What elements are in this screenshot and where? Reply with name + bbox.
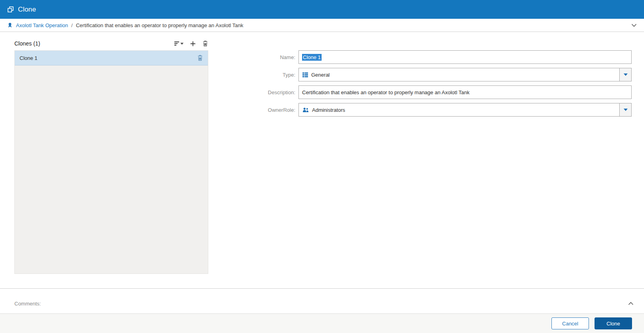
table-grid-icon xyxy=(302,72,308,77)
owner-role-dropdown[interactable]: Administrators xyxy=(298,103,632,117)
breadcrumb-separator: / xyxy=(71,22,73,28)
sort-lines-icon xyxy=(174,42,179,46)
name-label: Name: xyxy=(255,54,295,60)
dialog-footer: Cancel Clone xyxy=(0,313,644,333)
titlebar: Clone xyxy=(0,0,644,19)
breadcrumb: Axolotl Tank Operation / Certification t… xyxy=(0,19,644,32)
clone-list: Clone 1 xyxy=(14,50,208,274)
people-icon xyxy=(302,107,309,113)
delete-clone-item-icon[interactable] xyxy=(197,55,203,61)
type-dropdown[interactable]: General xyxy=(298,68,632,81)
delete-clones-icon[interactable] xyxy=(202,40,208,47)
clone-list-item[interactable]: Clone 1 xyxy=(15,51,208,65)
clone-dialog: Clone Axolotl Tank Operation / Certifica… xyxy=(0,0,644,333)
description-input[interactable]: Certification that enables an operator t… xyxy=(298,85,632,99)
description-label: Description: xyxy=(255,89,295,95)
clones-panel: Clones (1) Clon xyxy=(14,38,208,274)
chevron-up-icon[interactable] xyxy=(628,302,634,305)
sort-icon[interactable] xyxy=(174,42,184,46)
type-value: General xyxy=(311,72,330,78)
page-title: Clone xyxy=(18,6,36,14)
certification-icon xyxy=(7,22,13,28)
owner-role-dropdown-button[interactable] xyxy=(619,103,631,116)
breadcrumb-link-certification[interactable]: Axolotl Tank Operation xyxy=(16,22,68,28)
owner-role-value: Administrators xyxy=(312,107,345,113)
owner-role-row: OwnerRole: Administrators xyxy=(255,103,632,117)
name-input[interactable]: Clone 1 xyxy=(298,50,632,64)
name-value-selected-text: Clone 1 xyxy=(302,54,322,61)
owner-role-value-wrap: Administrators xyxy=(299,107,619,113)
description-value: Certification that enables an operator t… xyxy=(302,89,470,95)
clones-toolbar xyxy=(174,40,208,47)
type-label: Type: xyxy=(255,72,295,78)
add-clone-icon[interactable] xyxy=(190,41,196,47)
clones-count-label: Clones (1) xyxy=(14,40,40,47)
type-row: Type: General xyxy=(255,68,632,81)
comments-section: Comments: xyxy=(0,288,644,313)
name-row: Name: Clone 1 xyxy=(255,50,632,64)
caret-down-icon xyxy=(624,73,628,76)
clones-panel-header: Clones (1) xyxy=(14,38,208,49)
breadcrumb-current: Certification that enables an operator t… xyxy=(76,22,243,28)
sort-caret-icon xyxy=(180,43,184,45)
owner-role-label: OwnerRole: xyxy=(255,107,295,113)
type-dropdown-button[interactable] xyxy=(619,68,631,81)
chevron-down-icon[interactable] xyxy=(631,24,637,27)
clone-button[interactable]: Clone xyxy=(595,317,632,329)
type-value-wrap: General xyxy=(299,72,619,78)
clone-form: Name: Clone 1 Type: xyxy=(255,50,632,121)
clone-icon xyxy=(7,6,14,13)
caret-down-icon xyxy=(624,109,628,111)
comments-label: Comments: xyxy=(14,301,41,307)
cancel-button[interactable]: Cancel xyxy=(551,317,589,329)
description-row: Description: Certification that enables … xyxy=(255,85,632,99)
clone-item-label: Clone 1 xyxy=(20,55,38,61)
